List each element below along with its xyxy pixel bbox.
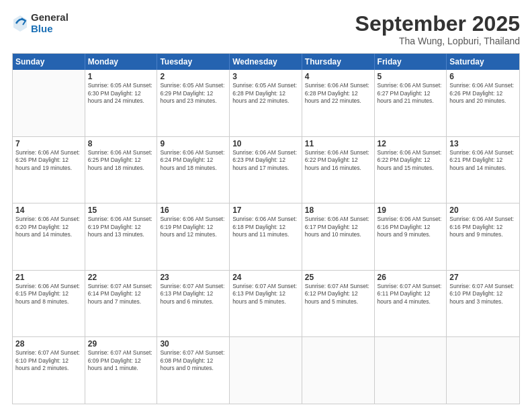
cal-cell: 28Sunrise: 6:07 AM Sunset: 6:10 PM Dayli…	[13, 337, 85, 404]
cell-text: Sunrise: 6:07 AM Sunset: 6:11 PM Dayligh…	[378, 283, 444, 306]
cell-text: Sunrise: 6:06 AM Sunset: 6:22 PM Dayligh…	[305, 149, 371, 172]
cell-text: Sunrise: 6:06 AM Sunset: 6:19 PM Dayligh…	[88, 216, 154, 238]
day-number: 7	[15, 139, 82, 148]
cal-cell: 7Sunrise: 6:06 AM Sunset: 6:26 PM Daylig…	[13, 137, 85, 203]
logo: General Blue	[12, 12, 69, 34]
cell-text: Sunrise: 6:07 AM Sunset: 6:10 PM Dayligh…	[449, 283, 517, 306]
cal-cell: 21Sunrise: 6:06 AM Sunset: 6:15 PM Dayli…	[13, 271, 85, 337]
cell-text: Sunrise: 6:06 AM Sunset: 6:20 PM Dayligh…	[15, 216, 82, 238]
cal-cell: 23Sunrise: 6:07 AM Sunset: 6:13 PM Dayli…	[157, 271, 230, 337]
day-number: 5	[378, 72, 444, 81]
cal-cell: 8Sunrise: 6:06 AM Sunset: 6:25 PM Daylig…	[85, 137, 158, 203]
day-number: 22	[88, 273, 154, 282]
cal-cell	[302, 337, 375, 404]
cal-cell	[230, 337, 302, 404]
day-number: 18	[305, 205, 371, 215]
day-number: 2	[160, 72, 226, 81]
cell-text: Sunrise: 6:06 AM Sunset: 6:22 PM Dayligh…	[378, 149, 444, 172]
cal-cell: 19Sunrise: 6:06 AM Sunset: 6:16 PM Dayli…	[375, 203, 447, 270]
cal-cell: 18Sunrise: 6:06 AM Sunset: 6:17 PM Dayli…	[302, 203, 375, 270]
cell-text: Sunrise: 6:06 AM Sunset: 6:23 PM Dayligh…	[232, 149, 299, 172]
cal-cell	[447, 337, 519, 404]
cell-text: Sunrise: 6:06 AM Sunset: 6:27 PM Dayligh…	[378, 82, 444, 105]
cell-text: Sunrise: 6:06 AM Sunset: 6:16 PM Dayligh…	[378, 216, 444, 238]
cal-cell: 9Sunrise: 6:06 AM Sunset: 6:24 PM Daylig…	[157, 137, 230, 203]
day-number: 1	[88, 72, 154, 81]
cal-cell: 20Sunrise: 6:06 AM Sunset: 6:16 PM Dayli…	[447, 203, 519, 270]
day-number: 6	[449, 72, 517, 81]
day-number: 8	[88, 139, 154, 148]
day-number: 13	[449, 139, 517, 148]
location: Tha Wung, Lopburi, Thailand	[355, 36, 520, 46]
cell-text: Sunrise: 6:06 AM Sunset: 6:15 PM Dayligh…	[15, 283, 82, 306]
svg-marker-0	[13, 15, 27, 32]
cell-text: Sunrise: 6:06 AM Sunset: 6:25 PM Dayligh…	[88, 149, 154, 172]
cal-cell: 2Sunrise: 6:05 AM Sunset: 6:29 PM Daylig…	[157, 70, 230, 136]
logo-text: General Blue	[31, 12, 69, 34]
day-number: 12	[378, 139, 444, 148]
day-number: 20	[449, 205, 517, 215]
cal-cell: 10Sunrise: 6:06 AM Sunset: 6:23 PM Dayli…	[230, 137, 302, 203]
cell-text: Sunrise: 6:06 AM Sunset: 6:26 PM Dayligh…	[449, 82, 517, 105]
cell-text: Sunrise: 6:07 AM Sunset: 6:13 PM Dayligh…	[232, 283, 299, 306]
day-number: 19	[378, 205, 444, 215]
cell-text: Sunrise: 6:07 AM Sunset: 6:12 PM Dayligh…	[305, 283, 371, 306]
month-title: September 2025	[355, 12, 520, 36]
cell-text: Sunrise: 6:06 AM Sunset: 6:21 PM Dayligh…	[449, 149, 517, 172]
cal-header-cell: Saturday	[447, 54, 519, 70]
cal-cell: 17Sunrise: 6:06 AM Sunset: 6:18 PM Dayli…	[230, 203, 302, 270]
cal-header-cell: Wednesday	[230, 54, 302, 70]
page: General Blue September 2025 Tha Wung, Lo…	[0, 0, 532, 411]
day-number: 25	[305, 273, 371, 282]
cell-text: Sunrise: 6:06 AM Sunset: 6:26 PM Dayligh…	[15, 149, 82, 172]
cell-text: Sunrise: 6:05 AM Sunset: 6:30 PM Dayligh…	[88, 82, 154, 105]
cal-row: 28Sunrise: 6:07 AM Sunset: 6:10 PM Dayli…	[13, 336, 519, 404]
cell-text: Sunrise: 6:06 AM Sunset: 6:19 PM Dayligh…	[160, 216, 226, 238]
cal-row: 14Sunrise: 6:06 AM Sunset: 6:20 PM Dayli…	[13, 203, 519, 270]
cell-text: Sunrise: 6:07 AM Sunset: 6:10 PM Dayligh…	[15, 349, 82, 372]
cal-cell: 16Sunrise: 6:06 AM Sunset: 6:19 PM Dayli…	[157, 203, 230, 270]
day-number: 15	[88, 205, 154, 215]
cell-text: Sunrise: 6:05 AM Sunset: 6:29 PM Dayligh…	[160, 82, 226, 105]
calendar: SundayMondayTuesdayWednesdayThursdayFrid…	[12, 53, 520, 404]
cell-text: Sunrise: 6:07 AM Sunset: 6:08 PM Dayligh…	[160, 349, 226, 372]
cal-cell: 11Sunrise: 6:06 AM Sunset: 6:22 PM Dayli…	[302, 137, 375, 203]
cal-header-cell: Tuesday	[157, 54, 230, 70]
day-number: 3	[232, 72, 299, 81]
logo-blue: Blue	[31, 24, 69, 35]
cal-cell: 22Sunrise: 6:07 AM Sunset: 6:14 PM Dayli…	[85, 271, 158, 337]
cal-cell: 1Sunrise: 6:05 AM Sunset: 6:30 PM Daylig…	[85, 70, 158, 136]
day-number: 11	[305, 139, 371, 148]
cell-text: Sunrise: 6:06 AM Sunset: 6:18 PM Dayligh…	[232, 216, 299, 238]
cal-header-cell: Sunday	[13, 54, 85, 70]
cell-text: Sunrise: 6:06 AM Sunset: 6:28 PM Dayligh…	[305, 82, 371, 105]
day-number: 27	[449, 273, 517, 282]
cal-header-cell: Monday	[85, 54, 158, 70]
cal-cell: 5Sunrise: 6:06 AM Sunset: 6:27 PM Daylig…	[375, 70, 447, 136]
cell-text: Sunrise: 6:05 AM Sunset: 6:28 PM Dayligh…	[232, 82, 299, 105]
logo-general: General	[31, 12, 69, 24]
day-number: 14	[15, 205, 82, 215]
cal-cell: 24Sunrise: 6:07 AM Sunset: 6:13 PM Dayli…	[230, 271, 302, 337]
cal-cell: 3Sunrise: 6:05 AM Sunset: 6:28 PM Daylig…	[230, 70, 302, 136]
cal-row: 7Sunrise: 6:06 AM Sunset: 6:26 PM Daylig…	[13, 136, 519, 203]
day-number: 21	[15, 273, 82, 282]
day-number: 17	[232, 205, 299, 215]
cal-cell: 4Sunrise: 6:06 AM Sunset: 6:28 PM Daylig…	[302, 70, 375, 136]
cell-text: Sunrise: 6:07 AM Sunset: 6:14 PM Dayligh…	[88, 283, 154, 306]
day-number: 16	[160, 205, 226, 215]
cal-cell: 29Sunrise: 6:07 AM Sunset: 6:09 PM Dayli…	[85, 337, 158, 404]
cal-cell: 15Sunrise: 6:06 AM Sunset: 6:19 PM Dayli…	[85, 203, 158, 270]
cal-cell: 6Sunrise: 6:06 AM Sunset: 6:26 PM Daylig…	[447, 70, 519, 136]
cal-cell: 27Sunrise: 6:07 AM Sunset: 6:10 PM Dayli…	[447, 271, 519, 337]
cal-cell: 30Sunrise: 6:07 AM Sunset: 6:08 PM Dayli…	[157, 337, 230, 404]
cal-cell: 25Sunrise: 6:07 AM Sunset: 6:12 PM Dayli…	[302, 271, 375, 337]
cell-text: Sunrise: 6:06 AM Sunset: 6:17 PM Dayligh…	[305, 216, 371, 238]
cal-row: 21Sunrise: 6:06 AM Sunset: 6:15 PM Dayli…	[13, 270, 519, 337]
day-number: 26	[378, 273, 444, 282]
day-number: 24	[232, 273, 299, 282]
cell-text: Sunrise: 6:06 AM Sunset: 6:16 PM Dayligh…	[449, 216, 517, 238]
cal-cell: 14Sunrise: 6:06 AM Sunset: 6:20 PM Dayli…	[13, 203, 85, 270]
logo-icon	[12, 14, 28, 33]
header: General Blue September 2025 Tha Wung, Lo…	[12, 12, 520, 46]
